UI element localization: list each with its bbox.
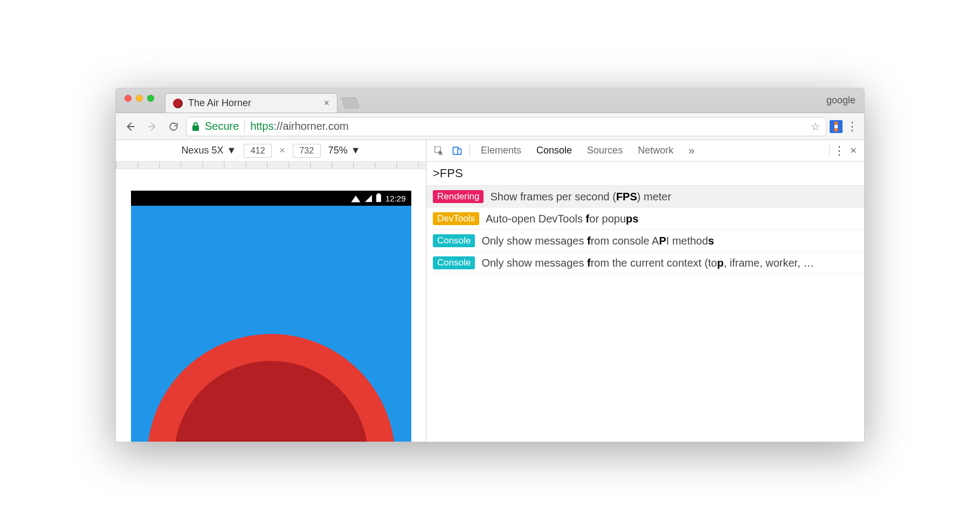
device-name: Nexus 5X — [181, 145, 223, 156]
command-item-label: Only show messages from console API meth… — [481, 235, 714, 247]
window-controls — [121, 88, 157, 113]
tab-close-button[interactable]: × — [323, 97, 329, 109]
status-time: 12:29 — [385, 194, 406, 203]
separator — [244, 121, 245, 132]
zoom-select[interactable]: 75% ▼ — [328, 145, 361, 156]
devtools-tab-bar: ElementsConsoleSourcesNetwork » ⋮ × — [426, 140, 864, 162]
window-close-button[interactable] — [125, 95, 132, 102]
devtools-close-button[interactable]: × — [846, 144, 861, 157]
command-category-badge: Console — [433, 256, 475, 269]
content-area: Nexus 5X ▼ × 75% ▼ 12:29 — [116, 140, 864, 442]
bookmark-star-button[interactable]: ☆ — [811, 120, 820, 133]
more-tabs-button[interactable]: » — [683, 144, 700, 157]
url-text: https://airhorner.com — [250, 120, 348, 132]
devtools-tab-sources[interactable]: Sources — [579, 140, 630, 161]
secure-label: Secure — [205, 120, 239, 132]
command-item-label: Auto-open DevTools for popups — [486, 213, 639, 225]
signal-icon — [365, 195, 372, 202]
device-select[interactable]: Nexus 5X ▼ — [181, 145, 236, 156]
devtools-menu-button[interactable]: ⋮ — [833, 144, 846, 158]
command-category-badge: DevTools — [433, 212, 479, 225]
window-minimize-button[interactable] — [136, 95, 143, 102]
chevron-down-icon: ▼ — [226, 145, 236, 156]
command-menu-item[interactable]: RenderingShow frames per second (FPS) me… — [426, 186, 864, 208]
device-icon — [452, 145, 463, 156]
command-menu-item[interactable]: ConsoleOnly show messages from console A… — [426, 230, 864, 252]
device-frame: 12:29 — [131, 191, 411, 442]
toggle-device-toolbar-button[interactable] — [448, 142, 466, 160]
wifi-icon — [351, 196, 361, 203]
separator — [470, 144, 470, 157]
viewport-area: 12:29 — [116, 169, 426, 442]
airhorn-inner-circle — [174, 361, 368, 442]
ruler — [116, 162, 426, 169]
devtools-pane: ElementsConsoleSourcesNetwork » ⋮ × Rend… — [426, 140, 864, 442]
command-menu-input-row — [426, 162, 864, 185]
new-tab-button[interactable] — [341, 97, 360, 108]
arrow-right-icon — [146, 121, 158, 132]
device-width-input[interactable] — [244, 144, 272, 158]
device-height-input[interactable] — [293, 144, 321, 158]
device-toolbar: Nexus 5X ▼ × 75% ▼ — [116, 140, 426, 162]
tab-strip: The Air Horner × google — [116, 88, 864, 113]
command-menu-item[interactable]: DevToolsAuto-open DevTools for popups — [426, 208, 864, 230]
battery-icon — [376, 194, 381, 202]
chrome-menu-button[interactable]: ⋮ — [846, 120, 859, 134]
command-menu-item[interactable]: ConsoleOnly show messages from the curre… — [426, 252, 864, 274]
command-item-label: Show frames per second (FPS) meter — [490, 191, 671, 203]
chevron-down-icon: ▼ — [351, 145, 361, 156]
zoom-value: 75% — [328, 145, 348, 156]
browser-window: The Air Horner × google Secure https://a… — [115, 88, 865, 442]
url-host: ://airhorner.com — [274, 120, 349, 132]
arrow-left-icon — [125, 121, 136, 132]
airhorn-graphic[interactable] — [147, 334, 395, 442]
tab-title: The Air Horner — [188, 97, 251, 109]
reload-icon — [168, 121, 179, 132]
lighthouse-extension-icon[interactable] — [830, 120, 843, 133]
command-menu-input[interactable] — [433, 166, 858, 180]
svg-rect-2 — [458, 149, 461, 154]
toolbar: Secure https://airhorner.com ☆ ⋮ — [116, 113, 864, 140]
inspect-icon — [433, 145, 444, 156]
back-button[interactable] — [121, 117, 140, 136]
tab-favicon-icon — [173, 99, 183, 108]
window-zoom-button[interactable] — [147, 95, 154, 102]
device-mode-pane: Nexus 5X ▼ × 75% ▼ 12:29 — [116, 140, 426, 442]
command-menu-list: RenderingShow frames per second (FPS) me… — [426, 185, 864, 274]
reload-button[interactable] — [164, 117, 183, 136]
inspect-element-button[interactable] — [430, 142, 448, 160]
command-category-badge: Console — [433, 234, 475, 247]
profile-label[interactable]: google — [826, 95, 859, 106]
devtools-tab-network[interactable]: Network — [630, 140, 681, 161]
command-item-label: Only show messages from the current cont… — [481, 257, 814, 269]
separator — [829, 144, 830, 157]
android-status-bar: 12:29 — [131, 191, 411, 206]
forward-button[interactable] — [143, 117, 161, 136]
dimension-separator: × — [279, 145, 285, 156]
command-category-badge: Rendering — [433, 190, 484, 203]
devtools-tab-console[interactable]: Console — [529, 140, 579, 161]
devtools-tab-elements[interactable]: Elements — [473, 140, 529, 161]
address-bar[interactable]: Secure https://airhorner.com ☆ — [186, 117, 826, 136]
browser-tab[interactable]: The Air Horner × — [165, 93, 337, 113]
lock-icon — [192, 122, 199, 131]
url-scheme: https — [250, 120, 273, 132]
